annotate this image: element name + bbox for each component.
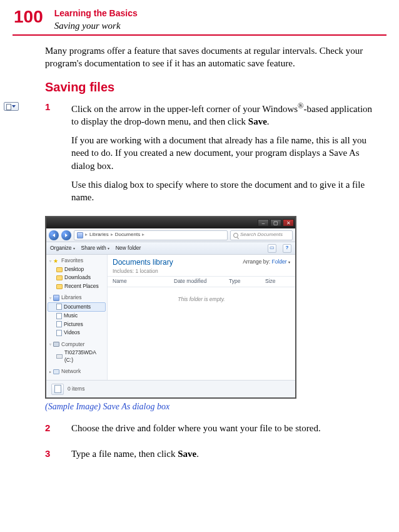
chapter-block: Learning the Basics Saving your work [54,5,138,32]
page-number: 100 [14,5,43,29]
document-icon [56,304,62,310]
share-with-button[interactable]: Share with▾ [81,245,109,252]
breadcrumb-root: Libraries [89,232,109,238]
network-icon [53,369,59,374]
network-group[interactable]: ▸Network [49,368,106,375]
arrange-by[interactable]: Arrange by: Folder ▾ [243,258,290,265]
header-rule [13,34,386,36]
step-1-text: Click on the arrow in the upper-left cor… [71,101,380,210]
sidebar-item-desktop[interactable]: Desktop [48,265,106,274]
step-3-para: Type a file name, then click Save. [71,448,380,460]
library-icon [53,295,59,301]
dialog-address-bar: ▸ Libraries ▸ Documents ▸ Search Documen… [46,228,295,242]
section-title-header: Saving your work [54,19,138,32]
margin-icon-container [0,101,21,111]
nav-back-button[interactable] [49,230,59,240]
music-icon [56,313,62,319]
sidebar-item-pictures[interactable]: Pictures [48,320,106,329]
step-2-row: 2 Choose the drive and folder where you … [0,422,380,441]
help-button[interactable]: ? [283,244,291,253]
sidebar-item-videos[interactable]: Videos [48,329,106,337]
page-header: 100 Learning the Basics Saving your work [0,0,399,32]
step-2-number: 2 [45,422,71,434]
step-1-number: 1 [45,101,71,113]
minimize-button[interactable]: – [258,219,269,227]
folder-icon [56,275,63,280]
organize-button[interactable]: Organize▾ [50,245,75,252]
col-name: Name [113,278,163,285]
library-subtitle: Includes: 1 location [113,268,290,275]
search-input[interactable]: Search Documents [230,230,293,240]
folder-icon [56,267,63,272]
computer-icon [53,342,59,347]
sidebar-item-drive-c[interactable]: TI02735WDA (C:) [48,349,106,364]
new-folder-button[interactable]: New folder [116,245,141,252]
content-pane: Documents library Includes: 1 location A… [108,255,295,380]
sidebar-item-music[interactable]: Music [48,312,106,320]
step-1-para-3: Use this dialog box to specify where to … [71,178,380,204]
view-button[interactable]: ▭ [268,244,276,253]
library-icon [77,232,83,238]
favorites-group[interactable]: ▿★Favorites [49,257,106,264]
step-3-number: 3 [45,448,71,460]
dialog-titlebar: – ▢ ✕ [46,217,295,228]
app-menu-icon [4,102,19,111]
breadcrumb-current: Documents [115,232,140,238]
step-3-text: Type a file name, then click Save. [71,448,380,466]
dialog-toolbar: Organize▾ Share with▾ New folder ▭ ? [46,242,295,255]
sidebar-item-documents[interactable]: Documents [48,302,106,312]
intro-paragraph: Many programs offer a feature that saves… [45,44,380,70]
step-1-para-2: If you are working with a document that … [71,134,380,172]
pictures-icon [56,321,62,327]
videos-icon [56,330,62,336]
chapter-title: Learning the Basics [54,8,138,19]
hdd-icon [56,354,63,359]
search-icon [233,233,238,238]
save-as-dialog: – ▢ ✕ ▸ Libraries ▸ Documents ▸ Search D… [45,216,296,399]
step-2-text: Choose the drive and folder where you wa… [71,422,380,441]
breadcrumb[interactable]: ▸ Libraries ▸ Documents ▸ [74,230,228,240]
col-date: Date modified [174,278,218,285]
empty-folder-message: This folder is empty. [108,296,295,303]
col-type: Type [229,278,254,285]
dialog-statusbar: 0 items [46,380,295,397]
column-headers[interactable]: Name Date modified Type Size [108,276,295,287]
step-3-row: 3 Type a file name, then click Save. [0,448,380,466]
arrange-value: Folder [272,258,287,265]
status-item-count: 0 items [68,386,84,392]
close-button[interactable]: ✕ [283,219,294,227]
step-2-para: Choose the drive and folder where you wa… [71,422,380,434]
step-1-row: 1 Click on the arrow in the upper-left c… [0,101,380,210]
subsection-heading: Saving files [45,79,399,96]
nav-forward-button[interactable] [61,230,71,240]
sidebar-item-downloads[interactable]: Downloads [48,274,106,282]
status-doc-icon [51,384,64,395]
libraries-group[interactable]: ▿Libraries [49,294,106,301]
search-placeholder: Search Documents [240,232,283,238]
step-1-para-1: Click on the arrow in the upper-left cor… [71,101,380,128]
star-icon: ★ [53,258,59,264]
nav-sidebar: ▿★Favorites Desktop Downloads Recent Pla… [46,255,108,380]
col-size: Size [265,278,290,285]
image-caption: (Sample Image) Save As dialog box [45,401,399,413]
dialog-body: ▿★Favorites Desktop Downloads Recent Pla… [46,255,295,380]
folder-icon [56,284,63,289]
sidebar-item-recent[interactable]: Recent Places [48,282,106,290]
computer-group[interactable]: ▿Computer [49,341,106,348]
maximize-button[interactable]: ▢ [270,219,281,227]
